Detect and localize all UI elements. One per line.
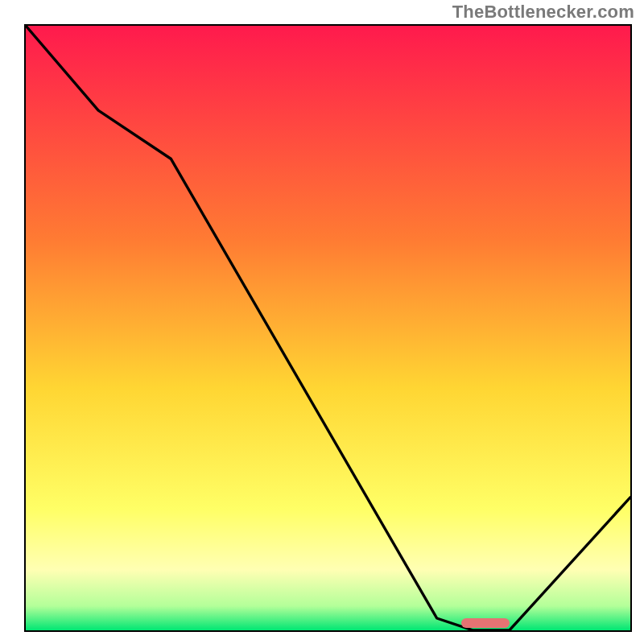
optimal-range-marker [461, 618, 510, 628]
attribution-text: TheBottlenecker.com [452, 2, 634, 23]
bottleneck-curve [26, 26, 630, 630]
plot-area [24, 24, 632, 632]
